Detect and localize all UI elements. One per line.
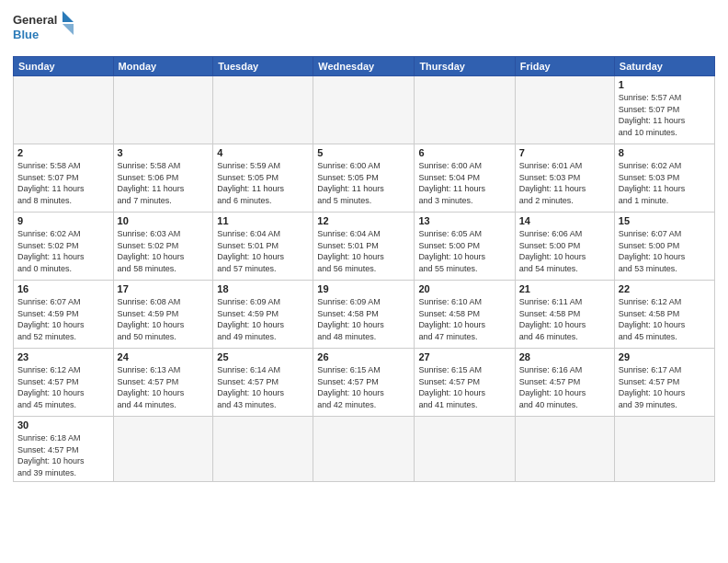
day-info: Sunrise: 6:12 AM Sunset: 4:57 PM Dayligh… bbox=[17, 364, 109, 410]
day-info: Sunrise: 6:16 AM Sunset: 4:57 PM Dayligh… bbox=[519, 364, 610, 410]
week-row-3: 9Sunrise: 6:02 AM Sunset: 5:02 PM Daylig… bbox=[14, 213, 715, 281]
calendar-cell: 29Sunrise: 6:17 AM Sunset: 4:57 PM Dayli… bbox=[614, 349, 714, 417]
day-info: Sunrise: 6:04 AM Sunset: 5:01 PM Dayligh… bbox=[317, 228, 410, 274]
day-number: 27 bbox=[418, 351, 510, 362]
day-info: Sunrise: 6:11 AM Sunset: 4:58 PM Dayligh… bbox=[519, 296, 610, 342]
day-number: 1 bbox=[619, 79, 711, 90]
day-number: 16 bbox=[17, 283, 109, 294]
day-number: 3 bbox=[118, 147, 210, 158]
day-number: 30 bbox=[17, 419, 109, 431]
calendar-cell bbox=[515, 76, 614, 144]
day-info: Sunrise: 6:04 AM Sunset: 5:01 PM Dayligh… bbox=[217, 228, 309, 274]
calendar-cell: 6Sunrise: 6:00 AM Sunset: 5:04 PM Daylig… bbox=[415, 144, 515, 213]
calendar-cell: 12Sunrise: 6:04 AM Sunset: 5:01 PM Dayli… bbox=[313, 213, 415, 281]
week-row-6: 30Sunrise: 6:18 AM Sunset: 4:57 PM Dayli… bbox=[14, 417, 715, 482]
calendar-cell bbox=[14, 76, 114, 144]
calendar-cell: 18Sunrise: 6:09 AM Sunset: 4:59 PM Dayli… bbox=[213, 281, 313, 349]
day-info: Sunrise: 5:57 AM Sunset: 5:07 PM Dayligh… bbox=[619, 92, 711, 138]
calendar-cell: 23Sunrise: 6:12 AM Sunset: 4:57 PM Dayli… bbox=[14, 349, 114, 417]
week-row-4: 16Sunrise: 6:07 AM Sunset: 4:59 PM Dayli… bbox=[14, 281, 715, 349]
day-number: 6 bbox=[418, 147, 510, 158]
day-info: Sunrise: 6:13 AM Sunset: 4:57 PM Dayligh… bbox=[118, 364, 210, 410]
day-info: Sunrise: 6:17 AM Sunset: 4:57 PM Dayligh… bbox=[619, 364, 711, 410]
weekday-header-friday: Friday bbox=[515, 57, 614, 76]
page-header: General Blue bbox=[13, 9, 715, 51]
day-number: 12 bbox=[317, 215, 410, 226]
logo: General Blue bbox=[13, 9, 77, 51]
day-number: 21 bbox=[519, 283, 610, 294]
calendar-cell: 9Sunrise: 6:02 AM Sunset: 5:02 PM Daylig… bbox=[14, 213, 114, 281]
calendar-cell bbox=[313, 417, 415, 482]
day-number: 9 bbox=[17, 215, 109, 226]
weekday-header-saturday: Saturday bbox=[614, 57, 714, 76]
day-number: 26 bbox=[317, 351, 410, 362]
weekday-header-tuesday: Tuesday bbox=[213, 57, 313, 76]
week-row-2: 2Sunrise: 5:58 AM Sunset: 5:07 PM Daylig… bbox=[14, 144, 715, 213]
calendar-cell: 16Sunrise: 6:07 AM Sunset: 4:59 PM Dayli… bbox=[14, 281, 114, 349]
day-info: Sunrise: 6:10 AM Sunset: 4:58 PM Dayligh… bbox=[418, 296, 510, 342]
calendar-cell: 3Sunrise: 5:58 AM Sunset: 5:06 PM Daylig… bbox=[113, 144, 213, 213]
calendar-cell bbox=[113, 417, 213, 482]
day-info: Sunrise: 6:12 AM Sunset: 4:58 PM Dayligh… bbox=[619, 296, 711, 342]
day-info: Sunrise: 5:59 AM Sunset: 5:05 PM Dayligh… bbox=[217, 160, 309, 206]
calendar-cell: 10Sunrise: 6:03 AM Sunset: 5:02 PM Dayli… bbox=[113, 213, 213, 281]
day-info: Sunrise: 6:14 AM Sunset: 4:57 PM Dayligh… bbox=[217, 364, 309, 410]
weekday-header-sunday: Sunday bbox=[14, 57, 114, 76]
day-number: 17 bbox=[118, 283, 210, 294]
day-number: 14 bbox=[519, 215, 610, 226]
day-info: Sunrise: 6:18 AM Sunset: 4:57 PM Dayligh… bbox=[17, 432, 109, 478]
day-number: 8 bbox=[619, 147, 711, 158]
day-info: Sunrise: 6:09 AM Sunset: 4:59 PM Dayligh… bbox=[217, 296, 309, 342]
day-number: 5 bbox=[317, 147, 410, 158]
day-number: 25 bbox=[217, 351, 309, 362]
day-info: Sunrise: 5:58 AM Sunset: 5:06 PM Dayligh… bbox=[118, 160, 210, 206]
day-info: Sunrise: 6:05 AM Sunset: 5:00 PM Dayligh… bbox=[418, 228, 510, 274]
calendar-cell: 19Sunrise: 6:09 AM Sunset: 4:58 PM Dayli… bbox=[313, 281, 415, 349]
calendar-cell: 14Sunrise: 6:06 AM Sunset: 5:00 PM Dayli… bbox=[515, 213, 614, 281]
day-info: Sunrise: 6:02 AM Sunset: 5:02 PM Dayligh… bbox=[17, 228, 109, 274]
day-number: 15 bbox=[619, 215, 711, 226]
day-number: 19 bbox=[317, 283, 410, 294]
day-info: Sunrise: 6:02 AM Sunset: 5:03 PM Dayligh… bbox=[619, 160, 711, 206]
calendar-cell: 11Sunrise: 6:04 AM Sunset: 5:01 PM Dayli… bbox=[213, 213, 313, 281]
day-number: 28 bbox=[519, 351, 610, 362]
day-number: 24 bbox=[118, 351, 210, 362]
calendar-cell bbox=[113, 76, 213, 144]
day-number: 23 bbox=[17, 351, 109, 362]
calendar-cell: 2Sunrise: 5:58 AM Sunset: 5:07 PM Daylig… bbox=[14, 144, 114, 213]
weekday-header-monday: Monday bbox=[113, 57, 213, 76]
calendar-cell bbox=[415, 76, 515, 144]
calendar-cell: 30Sunrise: 6:18 AM Sunset: 4:57 PM Dayli… bbox=[14, 417, 114, 482]
day-number: 2 bbox=[17, 147, 109, 158]
svg-marker-2 bbox=[63, 11, 74, 22]
day-info: Sunrise: 6:06 AM Sunset: 5:00 PM Dayligh… bbox=[519, 228, 610, 274]
day-number: 29 bbox=[619, 351, 711, 362]
weekday-header-row: SundayMondayTuesdayWednesdayThursdayFrid… bbox=[14, 57, 715, 76]
week-row-1: 1Sunrise: 5:57 AM Sunset: 5:07 PM Daylig… bbox=[14, 76, 715, 144]
calendar-cell bbox=[213, 76, 313, 144]
day-info: Sunrise: 6:07 AM Sunset: 5:00 PM Dayligh… bbox=[619, 228, 711, 274]
weekday-header-thursday: Thursday bbox=[415, 57, 515, 76]
day-info: Sunrise: 6:07 AM Sunset: 4:59 PM Dayligh… bbox=[17, 296, 109, 342]
day-number: 20 bbox=[418, 283, 510, 294]
day-info: Sunrise: 6:15 AM Sunset: 4:57 PM Dayligh… bbox=[317, 364, 410, 410]
day-info: Sunrise: 6:00 AM Sunset: 5:05 PM Dayligh… bbox=[317, 160, 410, 206]
calendar-cell: 22Sunrise: 6:12 AM Sunset: 4:58 PM Dayli… bbox=[614, 281, 714, 349]
day-info: Sunrise: 6:01 AM Sunset: 5:03 PM Dayligh… bbox=[519, 160, 610, 206]
day-info: Sunrise: 6:09 AM Sunset: 4:58 PM Dayligh… bbox=[317, 296, 410, 342]
day-number: 22 bbox=[619, 283, 711, 294]
calendar-cell bbox=[614, 417, 714, 482]
calendar-cell bbox=[515, 417, 614, 482]
calendar-cell: 21Sunrise: 6:11 AM Sunset: 4:58 PM Dayli… bbox=[515, 281, 614, 349]
day-info: Sunrise: 6:00 AM Sunset: 5:04 PM Dayligh… bbox=[418, 160, 510, 206]
calendar-cell bbox=[415, 417, 515, 482]
day-number: 4 bbox=[217, 147, 309, 158]
day-number: 11 bbox=[217, 215, 309, 226]
calendar-cell: 27Sunrise: 6:15 AM Sunset: 4:57 PM Dayli… bbox=[415, 349, 515, 417]
calendar-cell: 5Sunrise: 6:00 AM Sunset: 5:05 PM Daylig… bbox=[313, 144, 415, 213]
calendar-cell: 17Sunrise: 6:08 AM Sunset: 4:59 PM Dayli… bbox=[113, 281, 213, 349]
calendar-cell: 28Sunrise: 6:16 AM Sunset: 4:57 PM Dayli… bbox=[515, 349, 614, 417]
day-number: 13 bbox=[418, 215, 510, 226]
calendar-cell: 7Sunrise: 6:01 AM Sunset: 5:03 PM Daylig… bbox=[515, 144, 614, 213]
calendar-cell: 20Sunrise: 6:10 AM Sunset: 4:58 PM Dayli… bbox=[415, 281, 515, 349]
